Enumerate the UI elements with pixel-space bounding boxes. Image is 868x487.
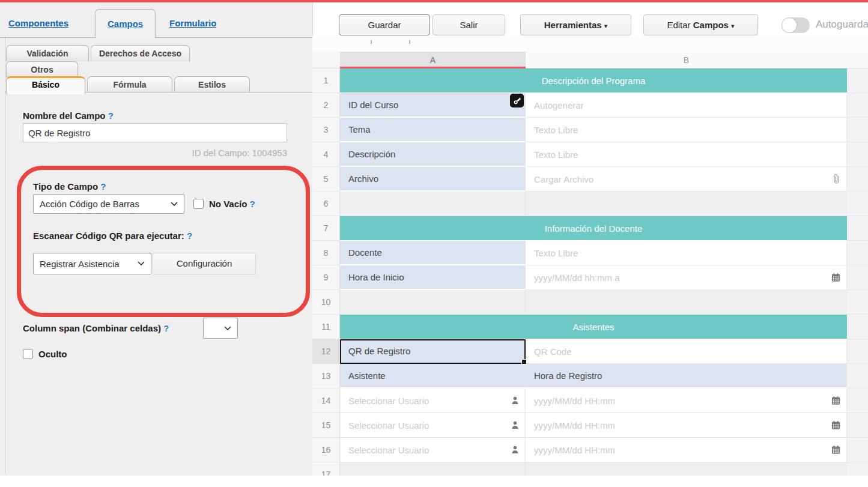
field-name-input[interactable] bbox=[23, 123, 287, 142]
cell-b9[interactable]: yyyy/MM/dd hh:mm a bbox=[526, 265, 847, 290]
tab-componentes[interactable]: Componentes bbox=[8, 18, 68, 28]
tab-formulario[interactable]: Formulario bbox=[169, 18, 216, 28]
cell-b4[interactable]: Texto Libre bbox=[526, 142, 847, 167]
cell-a5[interactable]: Archivo bbox=[340, 167, 526, 192]
cell-a4-text: Descripción bbox=[348, 149, 395, 159]
cell-b8[interactable]: Texto Libre bbox=[526, 241, 847, 265]
row-header-10[interactable]: 10 bbox=[312, 290, 340, 315]
guardar-button[interactable]: Guardar bbox=[339, 14, 430, 35]
cell-a2[interactable]: ID del Curso bbox=[340, 93, 526, 118]
cell-a13[interactable]: Asistente bbox=[340, 364, 526, 389]
column-header-sliver bbox=[847, 52, 868, 68]
herramientas-label: Herramientas bbox=[544, 20, 602, 30]
column-header-a[interactable]: A bbox=[340, 52, 526, 68]
row-header-5[interactable]: 5 bbox=[312, 167, 340, 192]
subtab-estilos[interactable]: Estilos bbox=[174, 76, 250, 92]
column-header-b[interactable]: B bbox=[526, 52, 847, 68]
column-span-select[interactable] bbox=[203, 318, 238, 339]
cell-b15[interactable]: yyyy/MM/dd HH:mm bbox=[526, 413, 847, 438]
subtab-otros[interactable]: Otros bbox=[6, 61, 78, 77]
scan-action-select[interactable]: Registrar Asistencia bbox=[33, 253, 151, 274]
cell-a12[interactable]: QR de Registro bbox=[340, 339, 526, 364]
cell-b17[interactable] bbox=[526, 462, 847, 476]
field-type-select[interactable]: Acción Código de Barras bbox=[33, 194, 184, 214]
cell-b5[interactable]: Cargar Archivo bbox=[526, 167, 847, 192]
no-vacio-label: No Vacío ? bbox=[209, 199, 255, 209]
row-header-2[interactable]: 2 bbox=[312, 93, 340, 118]
cell-sliver-5 bbox=[847, 167, 868, 192]
row-header-12[interactable]: 12 bbox=[312, 339, 340, 364]
row-header-9[interactable]: 9 bbox=[312, 265, 340, 290]
row-header-17[interactable]: 17 bbox=[312, 462, 340, 476]
oculto-checkbox[interactable] bbox=[23, 349, 33, 359]
cell-a15[interactable]: Seleccionar Usuario bbox=[340, 413, 526, 438]
scan-qr-label: Escanear Código QR para ejecutar: ? bbox=[33, 231, 192, 241]
cell-b2-text: Autogenerar bbox=[534, 100, 584, 110]
no-vacio-checkbox[interactable] bbox=[193, 199, 204, 209]
cell-sliver-6 bbox=[847, 192, 868, 216]
cell-sliver-3 bbox=[847, 118, 868, 142]
tab-campos[interactable]: Campos bbox=[95, 9, 156, 38]
form-builder-app: Componentes Campos Formulario Validación… bbox=[0, 0, 868, 487]
row-header-14[interactable]: 14 bbox=[312, 389, 340, 413]
cell-a9[interactable]: Hora de Inicio bbox=[340, 265, 526, 290]
row-header-6[interactable]: 6 bbox=[312, 192, 340, 216]
cell-a16[interactable]: Seleccionar Usuario bbox=[340, 438, 526, 462]
cell-b2[interactable]: Autogenerar bbox=[526, 93, 847, 118]
cell-a6[interactable] bbox=[340, 192, 526, 216]
person-icon bbox=[511, 396, 519, 405]
autosave-toggle[interactable] bbox=[782, 17, 810, 33]
cell-a8[interactable]: Docente bbox=[340, 241, 526, 265]
subtab-basico[interactable]: Básico bbox=[6, 76, 85, 94]
section-header-cell-1[interactable]: Descripción del Programa bbox=[340, 68, 847, 93]
cell-a10[interactable] bbox=[340, 290, 526, 315]
configuracion-button[interactable]: Configuración bbox=[153, 253, 256, 274]
cell-b6[interactable] bbox=[526, 192, 847, 216]
row-header-16[interactable]: 16 bbox=[312, 438, 340, 462]
scan-action-select-value: Registrar Asistencia bbox=[40, 259, 134, 269]
subtab-formula[interactable]: Fórmula bbox=[87, 76, 172, 92]
cell-a17[interactable] bbox=[340, 462, 526, 476]
subtab-validacion[interactable]: Validación bbox=[6, 45, 89, 61]
cell-a4[interactable]: Descripción bbox=[340, 142, 526, 167]
subtab-derechos-de-acceso[interactable]: Derechos de Acceso bbox=[91, 45, 190, 61]
sheet-row-3: 3TemaTexto Libre bbox=[312, 118, 868, 142]
herramientas-menu-button[interactable]: Herramientas ▾ bbox=[520, 14, 631, 35]
row-header-11[interactable]: 11 bbox=[312, 315, 340, 339]
column-span-help-icon[interactable]: ? bbox=[163, 323, 169, 333]
row-header-13[interactable]: 13 bbox=[312, 364, 340, 389]
cell-sliver-10 bbox=[847, 290, 868, 315]
cell-a14[interactable]: Seleccionar Usuario bbox=[340, 389, 526, 413]
cell-b10[interactable] bbox=[526, 290, 847, 315]
cell-b13[interactable]: Hora de Registro bbox=[526, 364, 847, 389]
fill-handle[interactable] bbox=[521, 359, 527, 364]
cell-b3[interactable]: Texto Libre bbox=[526, 118, 847, 142]
row-header-8[interactable]: 8 bbox=[312, 241, 340, 265]
row-header-3[interactable]: 3 bbox=[312, 118, 340, 142]
row-header-4[interactable]: 4 bbox=[312, 142, 340, 167]
cell-b12[interactable]: QR Code bbox=[526, 339, 847, 364]
sheet-row-12: 12QR de RegistroQR Code bbox=[312, 339, 868, 364]
cell-b16[interactable]: yyyy/MM/dd HH:mm bbox=[526, 438, 847, 462]
no-vacio-help-icon[interactable]: ? bbox=[250, 199, 255, 209]
field-type-help-icon[interactable]: ? bbox=[100, 181, 106, 192]
cell-a3[interactable]: Tema bbox=[340, 118, 526, 142]
cell-sliver-11 bbox=[847, 315, 868, 339]
field-name-help-icon[interactable]: ? bbox=[108, 110, 114, 121]
section-header-cell-11[interactable]: Asistentes bbox=[340, 315, 847, 339]
section-header-cell-7[interactable]: Información del Docente bbox=[340, 216, 847, 241]
cell-b14[interactable]: yyyy/MM/dd HH:mm bbox=[526, 389, 847, 413]
scan-qr-help-icon[interactable]: ? bbox=[187, 231, 192, 241]
row-header-15[interactable]: 15 bbox=[312, 413, 340, 438]
cell-b8-text: Texto Libre bbox=[534, 248, 578, 258]
sheet-top-strip bbox=[312, 36, 868, 52]
autosave-label: Autoguardado bbox=[816, 19, 868, 31]
editar-campos-menu-button[interactable]: Editar Campos ▾ bbox=[643, 14, 758, 35]
field-name-label: Nombre del Campo ? bbox=[23, 110, 114, 121]
select-all-corner[interactable] bbox=[312, 52, 340, 68]
cell-sliver-2 bbox=[847, 93, 868, 118]
row-header-7[interactable]: 7 bbox=[312, 216, 340, 241]
row-header-1[interactable]: 1 bbox=[312, 68, 340, 93]
salir-button[interactable]: Salir bbox=[432, 14, 505, 35]
sheet-row-16: 16Seleccionar Usuarioyyyy/MM/dd HH:mm bbox=[312, 438, 868, 462]
